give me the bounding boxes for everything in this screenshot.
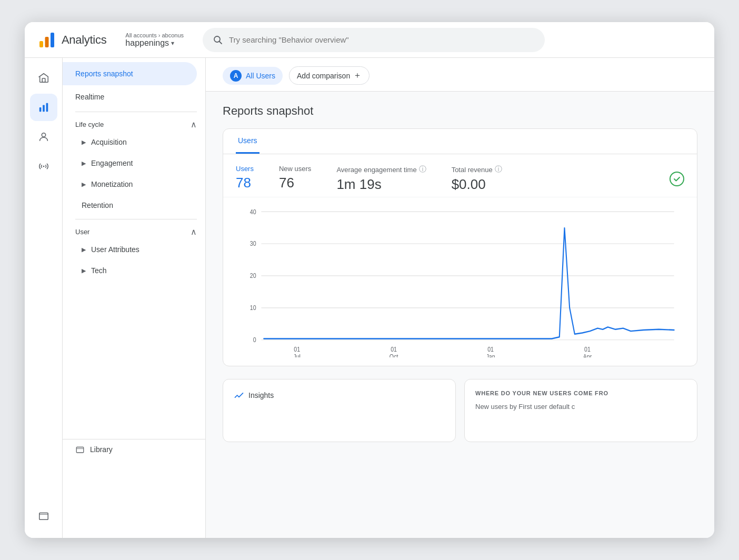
content-header: A All Users Add comparison ＋	[206, 58, 714, 92]
metric-new-users: New users 76	[279, 165, 311, 191]
chevron-up-icon-2: ∧	[191, 227, 197, 237]
metric-revenue: Total revenue ⓘ $0.00	[452, 165, 502, 193]
nav-library-icon[interactable]	[30, 502, 57, 529]
plus-icon: ＋	[353, 70, 362, 81]
sidebar-item-library[interactable]: Library	[63, 439, 205, 459]
svg-rect-11	[39, 513, 48, 520]
info-icon-engagement[interactable]: ⓘ	[419, 165, 426, 174]
logo-area: Analytics	[37, 31, 106, 49]
svg-text:40: 40	[250, 208, 256, 215]
lifecycle-section-header[interactable]: Life cycle ∧	[63, 115, 205, 132]
chevron-right-icon: ▶	[82, 160, 86, 167]
metric-engagement-value: 1m 19s	[336, 176, 426, 193]
sidebar-item-reports-snapshot[interactable]: Reports snapshot	[63, 62, 197, 85]
metric-users: Users 78	[236, 165, 254, 191]
app-window: Analytics All accounts › abconus happeni…	[25, 22, 714, 538]
metric-engagement: Average engagement time ⓘ 1m 19s	[336, 165, 426, 193]
divider-2	[75, 219, 197, 219]
chevron-right-icon: ▶	[82, 181, 86, 188]
svg-rect-12	[76, 447, 84, 453]
stats-metrics-row: Users 78 New users 76 Average engagement…	[223, 154, 697, 197]
svg-text:01: 01	[294, 346, 300, 353]
search-bar[interactable]	[203, 28, 545, 52]
svg-text:01: 01	[391, 346, 397, 353]
svg-rect-7	[43, 105, 45, 112]
tab-users[interactable]: Users	[236, 129, 259, 154]
sidebar-item-monetization[interactable]: ▶ Monetization	[63, 174, 197, 195]
content-area: A All Users Add comparison ＋ Reports sna…	[206, 58, 714, 538]
svg-text:0: 0	[253, 337, 256, 344]
svg-rect-1	[45, 37, 49, 47]
svg-text:01: 01	[487, 346, 494, 353]
metric-revenue-label: Total revenue ⓘ	[452, 165, 502, 174]
metric-users-value: 78	[236, 175, 254, 191]
metric-new-users-label: New users	[279, 165, 311, 173]
insights-icon	[234, 390, 244, 401]
search-input[interactable]	[229, 35, 534, 44]
svg-text:30: 30	[250, 241, 256, 247]
metric-revenue-value: $0.00	[452, 176, 502, 193]
chevron-right-icon-2: ▶	[82, 246, 86, 253]
sidebar-item-retention[interactable]: Retention	[63, 195, 197, 216]
insights-row: Insights	[234, 390, 445, 401]
svg-text:Jul: Jul	[293, 354, 301, 357]
where-header: WHERE DO YOUR NEW USERS COME FRO	[475, 390, 686, 396]
chevron-right-icon-3: ▶	[82, 267, 86, 274]
svg-point-9	[42, 133, 45, 137]
all-users-badge[interactable]: A All Users	[223, 67, 283, 85]
divider-1	[75, 112, 197, 112]
svg-rect-8	[46, 103, 48, 112]
filter-row: A All Users Add comparison ＋	[223, 66, 697, 91]
check-icon	[670, 172, 684, 186]
nav-users[interactable]	[30, 123, 57, 151]
metric-new-users-value: 76	[279, 175, 311, 191]
icon-nav	[25, 58, 63, 538]
app-title: Analytics	[62, 33, 106, 47]
sidebar-item-engagement[interactable]: ▶ Engagement	[63, 153, 197, 174]
chart-svg: 40 30 20 10 0 01 Jul 01 Oct	[236, 206, 684, 357]
svg-rect-5	[42, 78, 45, 82]
svg-text:Jan: Jan	[486, 354, 495, 357]
account-breadcrumb: All accounts › abconus	[125, 32, 184, 38]
nav-signals[interactable]	[30, 153, 57, 180]
sidebar: Reports snapshot Realtime Life cycle ∧ ▶…	[63, 58, 206, 538]
sidebar-item-tech[interactable]: ▶ Tech	[63, 260, 197, 281]
new-users-subtitle: New users by First user default c	[475, 403, 686, 411]
sidebar-item-realtime[interactable]: Realtime	[63, 85, 197, 108]
metric-engagement-label: Average engagement time ⓘ	[336, 165, 426, 174]
account-selector[interactable]: All accounts › abconus happenings ▾	[125, 32, 184, 48]
svg-text:10: 10	[250, 305, 256, 312]
insights-label: Insights	[248, 391, 274, 399]
nav-home[interactable]	[30, 64, 57, 92]
page-title: Reports snapshot	[223, 104, 697, 118]
topbar: Analytics All accounts › abconus happeni…	[25, 22, 714, 58]
svg-rect-0	[39, 41, 43, 47]
svg-rect-6	[39, 107, 41, 112]
add-comparison-button[interactable]: Add comparison ＋	[289, 66, 370, 85]
insights-card: Insights	[223, 379, 456, 442]
svg-text:Oct: Oct	[390, 354, 398, 357]
library-icon	[75, 445, 85, 454]
account-name[interactable]: happenings ▾	[125, 38, 184, 48]
svg-point-10	[43, 166, 44, 167]
svg-line-4	[219, 41, 222, 44]
info-icon-revenue[interactable]: ⓘ	[495, 165, 502, 174]
bottom-cards: Insights WHERE DO YOUR NEW USERS COME FR…	[223, 379, 697, 442]
avatar: A	[230, 70, 242, 82]
svg-rect-2	[51, 33, 54, 47]
user-section-header[interactable]: User ∧	[63, 223, 205, 239]
svg-text:20: 20	[250, 273, 256, 279]
nav-analytics[interactable]	[30, 94, 57, 121]
sidebar-item-acquisition[interactable]: ▶ Acquisition	[63, 132, 197, 153]
metric-users-label: Users	[236, 165, 254, 173]
search-icon	[213, 35, 223, 45]
logo-icon	[37, 31, 56, 49]
sidebar-item-user-attributes[interactable]: ▶ User Attributes	[63, 239, 197, 260]
stats-tab-bar: Users	[223, 129, 697, 154]
chart-area: 40 30 20 10 0 01 Jul 01 Oct	[223, 197, 697, 366]
new-users-card: WHERE DO YOUR NEW USERS COME FRO New use…	[464, 379, 697, 442]
main-layout: Reports snapshot Realtime Life cycle ∧ ▶…	[25, 58, 714, 538]
content-main: Reports snapshot Users Users 78 New user…	[206, 92, 714, 455]
chevron-up-icon: ∧	[191, 119, 197, 129]
svg-text:Apr: Apr	[583, 354, 592, 357]
